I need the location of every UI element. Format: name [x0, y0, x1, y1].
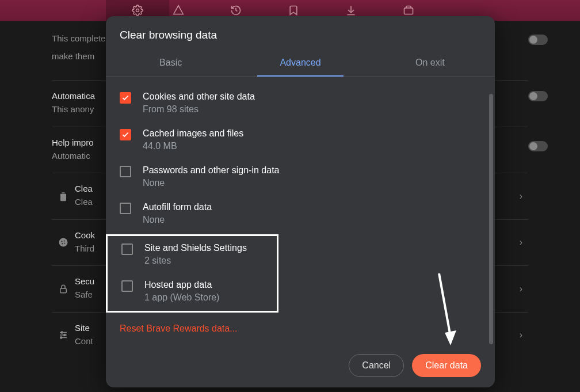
dialog-tabs: Basic Advanced On exit: [106, 51, 495, 77]
option-desc: 1 app (Web Store): [144, 292, 219, 303]
dialog-body: Cookies and other site data From 98 site…: [106, 77, 495, 345]
option-title: Passwords and other sign-in data: [143, 165, 279, 176]
cookie-icon: [52, 237, 75, 248]
svg-marker-1: [174, 6, 184, 14]
checkbox-hosted-apps[interactable]: [121, 280, 133, 292]
gear-icon: [132, 5, 143, 16]
trash-icon: [52, 191, 75, 202]
clear-browsing-data-dialog: Clear browsing data Basic Advanced On ex…: [106, 16, 495, 387]
cancel-button[interactable]: Cancel: [349, 354, 404, 377]
clear-data-button[interactable]: Clear data: [412, 354, 481, 377]
option-autofill: Autofill form data None: [120, 197, 481, 234]
toggle-switch[interactable]: [528, 141, 548, 151]
reset-brave-rewards-link[interactable]: Reset Brave Rewards data...: [120, 324, 481, 334]
bookmark-icon: [288, 5, 299, 16]
chevron-right-icon: ›: [520, 284, 522, 294]
checkbox-autofill[interactable]: [120, 203, 131, 214]
option-desc: From 98 sites: [143, 104, 255, 115]
tab-advanced[interactable]: Advanced: [235, 51, 365, 76]
option-title: Autofill form data: [143, 202, 212, 212]
annotation-highlight: Site and Shields Settings 2 sites Hosted…: [106, 234, 278, 313]
svg-point-6: [64, 241, 65, 242]
scrollbar[interactable]: [489, 94, 493, 344]
chevron-right-icon: ›: [520, 330, 522, 340]
lock-icon: [52, 284, 75, 294]
option-site-shields: Site and Shields Settings 2 sites: [121, 238, 263, 275]
svg-point-8: [64, 243, 66, 244]
option-title: Cookies and other site data: [143, 92, 255, 102]
checkbox-cookies[interactable]: [120, 92, 131, 104]
option-title: Cached images and files: [143, 128, 243, 139]
toggle-switch[interactable]: [528, 35, 548, 45]
option-desc: 44.0 MB: [143, 141, 243, 151]
checkbox-passwords[interactable]: [120, 166, 131, 177]
svg-point-0: [136, 9, 139, 12]
svg-point-5: [61, 241, 62, 242]
option-hosted-apps: Hosted app data 1 app (Web Store): [121, 275, 263, 307]
wallet-icon: [403, 5, 414, 16]
option-desc: 2 sites: [144, 256, 247, 266]
checkbox-site-shields[interactable]: [121, 243, 133, 255]
option-cache: Cached images and files 44.0 MB: [120, 124, 481, 161]
toggle-switch[interactable]: [528, 91, 548, 101]
option-title: Hosted app data: [144, 280, 219, 290]
option-title: Site and Shields Settings: [144, 243, 247, 253]
dialog-footer: Cancel Clear data: [106, 345, 495, 387]
option-passwords: Passwords and other sign-in data None: [120, 161, 481, 197]
dialog-title: Clear browsing data: [106, 16, 495, 51]
option-cookies: Cookies and other site data From 98 site…: [120, 87, 481, 124]
checkbox-cache[interactable]: [120, 129, 131, 140]
svg-rect-3: [405, 8, 413, 14]
tab-on-exit[interactable]: On exit: [365, 51, 495, 76]
option-desc: None: [143, 215, 212, 225]
history-icon: [230, 5, 242, 16]
svg-point-14: [64, 334, 66, 336]
svg-point-15: [60, 337, 62, 338]
chevron-right-icon: ›: [520, 191, 522, 201]
sync-icon: [173, 5, 184, 16]
svg-point-13: [61, 332, 63, 333]
svg-rect-9: [60, 288, 67, 293]
svg-point-7: [62, 243, 63, 245]
svg-point-4: [59, 238, 68, 247]
download-icon: [345, 5, 357, 16]
tab-basic[interactable]: Basic: [106, 51, 235, 76]
sliders-icon: [52, 330, 75, 340]
chevron-right-icon: ›: [520, 237, 522, 248]
option-desc: None: [143, 178, 279, 188]
